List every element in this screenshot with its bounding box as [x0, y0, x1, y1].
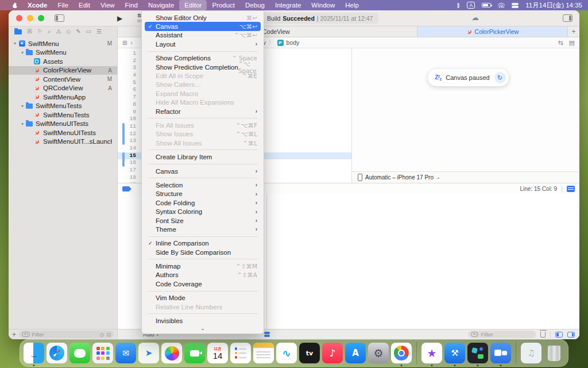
minimap-icon[interactable]: ▤	[569, 39, 575, 47]
menubar-item-product[interactable]: Product	[207, 0, 240, 10]
disclosure-chevron-icon[interactable]: ▾	[20, 50, 25, 55]
activity-view[interactable]: Build Succeeded | 2025/11/11 at 12:47	[261, 13, 378, 24]
dock-item-finder[interactable]: ‿	[24, 343, 44, 363]
add-file-button[interactable]: +	[12, 331, 16, 339]
console-picker-icon[interactable]	[264, 332, 270, 337]
close-button[interactable]	[16, 15, 22, 21]
wifi-icon[interactable]	[498, 3, 505, 8]
menubar-item-edit[interactable]: Edit	[74, 0, 95, 10]
tree-item-swiftmenuuitests[interactable]: SwiftMenuUITests	[9, 128, 117, 137]
toggle-left-sidebar-icon[interactable]	[55, 14, 64, 22]
menu-item-code-folding[interactable]: Code Folding›	[145, 198, 261, 207]
reports-icon[interactable]: ☰	[96, 29, 102, 34]
tree-item-swiftmenuapp[interactable]: SwiftMenuApp	[9, 93, 117, 102]
menubar-item-xcode[interactable]: Xcode	[22, 0, 53, 10]
find-icon[interactable]: ⌕	[48, 29, 51, 34]
dock-item-appstore[interactable]: A	[345, 343, 366, 363]
dock-item-notes[interactable]	[253, 343, 274, 363]
breakpoints-icon[interactable]: ▭	[86, 29, 91, 34]
tree-item-swiftmenu[interactable]: ▾SwiftMenu	[9, 48, 117, 57]
source-control-filter-icon[interactable]: ⊡	[106, 332, 111, 338]
canvas-device-bar[interactable]: Automatic – iPhone 17 Pro ⌄	[352, 171, 579, 183]
menu-item-minimap[interactable]: Minimap⌃⇧⌘M	[145, 262, 261, 270]
dock-item-imovie[interactable]: ★	[421, 343, 442, 363]
back-icon[interactable]: ‹	[130, 40, 132, 46]
project-navigator-icon[interactable]	[14, 29, 22, 34]
swap-editor-icon[interactable]: ⇆	[558, 39, 563, 47]
tree-item-contentview[interactable]: ContentViewM	[9, 75, 117, 84]
toggle-right-sidebar-icon[interactable]	[563, 14, 572, 22]
dock-item-chrome[interactable]	[391, 343, 412, 363]
menu-item-canvas[interactable]: ✓Canvas⌥⌘↩	[145, 22, 261, 30]
menu-bar-clock[interactable]: 11月14日(金) 14:35	[525, 1, 582, 10]
breadcrumb[interactable]: w 〉 P body	[261, 39, 299, 47]
battery-icon[interactable]	[482, 3, 491, 7]
show-variables-toggle-icon[interactable]	[555, 332, 563, 338]
tree-item-swiftmenu[interactable]: ▾✦SwiftMenuM	[9, 39, 117, 48]
menu-item-structure[interactable]: Structure›	[145, 190, 261, 198]
debug-icon[interactable]: ✎	[76, 29, 80, 34]
menubar-item-editor[interactable]: Editor	[179, 0, 207, 10]
tree-item-swiftmenutests[interactable]: ▾SwiftMenuTests	[9, 102, 117, 111]
tree-item-swiftmenuuitests[interactable]: ▾SwiftMenuUITests	[9, 120, 117, 129]
dock-item-reminders[interactable]	[230, 343, 251, 363]
menu-item-font-size[interactable]: Font Size›	[145, 216, 261, 225]
dock-item-launchpad[interactable]	[92, 343, 113, 363]
menu-item-code-coverage[interactable]: Code Coverage	[145, 279, 261, 288]
disclosure-chevron-icon[interactable]: ▾	[20, 103, 25, 109]
dock-item-freeform[interactable]: ∿	[276, 343, 297, 363]
tree-item-colorpickerview[interactable]: ColorPickerViewA	[9, 66, 117, 75]
tree-item-assets[interactable]: Assets	[9, 57, 117, 66]
menu-item-invisibles[interactable]: Invisibles	[145, 316, 261, 325]
issues-icon[interactable]: ⚠	[56, 29, 61, 34]
menu-item-layout[interactable]: Layout›	[145, 40, 261, 48]
dock-item-messages[interactable]	[69, 343, 90, 363]
breakpoint-marker[interactable]	[122, 186, 131, 191]
editor-only-icon[interactable]	[567, 186, 575, 192]
zoom-button[interactable]	[38, 15, 44, 21]
menubar-item-find[interactable]: Find	[120, 0, 143, 10]
console-view[interactable]	[267, 194, 579, 329]
dock-item-maps[interactable]: ➤	[138, 343, 159, 363]
dock-item-downloads[interactable]: ♫	[521, 343, 541, 363]
dock-item-mail[interactable]: ✉	[115, 343, 136, 363]
run-button[interactable]: ▶	[117, 14, 122, 22]
menubar-item-view[interactable]: View	[95, 0, 120, 10]
tree-item-qrcodeview[interactable]: QRCodeViewA	[9, 84, 117, 93]
related-items-icon[interactable]: ⊞	[122, 40, 127, 46]
menubar-item-file[interactable]: File	[53, 0, 74, 10]
menubar-item-window[interactable]: Window	[306, 0, 340, 10]
control-center-icon[interactable]	[512, 3, 519, 8]
minimize-button[interactable]	[27, 15, 33, 21]
menu-item-syntax-coloring[interactable]: Syntax Coloring›	[145, 207, 261, 216]
disclosure-chevron-icon[interactable]: ▾	[12, 41, 18, 46]
dock-item-trash[interactable]	[544, 343, 564, 363]
new-tab-button[interactable]: +	[568, 26, 579, 37]
tree-item-swiftmenutests[interactable]: SwiftMenuTests	[9, 110, 117, 120]
menubar-item-debug[interactable]: Debug	[240, 0, 270, 10]
dock-item-appletv[interactable]: tv	[299, 343, 320, 363]
menu-item-theme[interactable]: Theme›	[145, 225, 261, 233]
menubar-item-navigate[interactable]: Navigate	[143, 0, 179, 10]
menu-item-side-by-side-comparison[interactable]: Side By Side Comparison	[145, 248, 261, 256]
console-filter-field[interactable]: ▼∨ Filter	[468, 331, 536, 338]
tab-colorpickerview[interactable]: ColorPickerView	[417, 26, 568, 37]
navigator-filter-field[interactable]: ▼∨ Filter ◷ ⊡	[19, 331, 114, 338]
disclosure-chevron-icon[interactable]: ▾	[20, 121, 25, 126]
menu-item-assistant[interactable]: Assistant⌃⌥⌘↩	[145, 31, 261, 40]
menu-item-canvas[interactable]: Canvas›	[145, 167, 261, 175]
dock-item-facetime[interactable]	[184, 343, 205, 363]
menu-item-create-library-item[interactable]: Create Library Item	[145, 152, 261, 161]
dock-item-calendar[interactable]: 11月14	[207, 343, 228, 363]
bookmarks-icon[interactable]: ⚐	[37, 29, 42, 34]
bluetooth-icon[interactable]: ᛒ	[457, 2, 460, 9]
tree-item-swiftmenuuit-slaunchtests[interactable]: SwiftMenuUIT...sLaunchTests	[9, 137, 117, 147]
menu-item-selection[interactable]: Selection›	[145, 181, 261, 189]
menubar-item-help[interactable]: Help	[340, 0, 364, 10]
menu-item-inline-comparison[interactable]: ✓Inline Comparison	[145, 239, 261, 248]
source-control-icon[interactable]: ☒	[27, 29, 32, 34]
menu-item-show-predictive-completion[interactable]: Show Predictive Completion⌃⌥ Space	[145, 63, 261, 71]
tests-icon[interactable]: ◇	[67, 29, 71, 34]
dock-item-photos[interactable]	[161, 343, 182, 363]
recent-files-icon[interactable]: ◷	[100, 332, 105, 338]
